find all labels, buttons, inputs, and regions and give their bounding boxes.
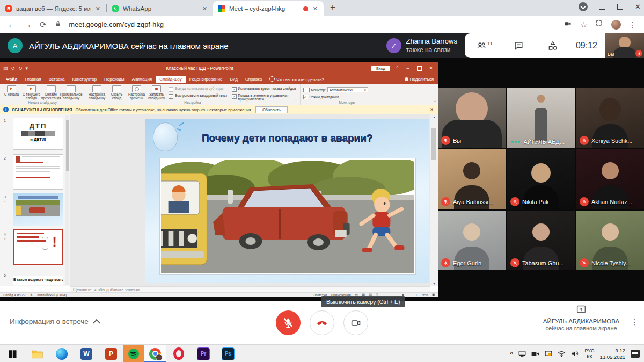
new-tab-button[interactable]: +: [330, 2, 335, 13]
window-minimize-button[interactable]: [599, 9, 605, 10]
profile-avatar[interactable]: [611, 20, 621, 30]
tab-close-icon[interactable]: ✕: [201, 5, 208, 12]
screenshare-tray-icon[interactable]: [545, 350, 552, 357]
tab-search-icon[interactable]: [579, 2, 588, 11]
ppt-close-button[interactable]: ✕: [427, 66, 435, 71]
participants-button[interactable]: 11: [467, 40, 501, 51]
record-slideshow-button[interactable]: Записать слайд-шоу: [147, 85, 166, 100]
custom-slideshow-button[interactable]: Произвольное слайд-шоу: [61, 85, 81, 100]
update-bar-close-icon[interactable]: ✕: [430, 107, 435, 112]
use-timings-checkbox[interactable]: Использовать время показа слайдов: [232, 87, 296, 92]
zoom-level[interactable]: 76%: [421, 293, 428, 297]
collapse-ribbon-icon[interactable]: ^: [434, 100, 436, 104]
menu-tab-file[interactable]: Файл: [2, 76, 21, 83]
rehearse-timings-button[interactable]: Настройка времени: [127, 85, 147, 100]
participant-tile[interactable]: Egor Gurin: [438, 211, 506, 270]
back-icon[interactable]: ←: [8, 20, 16, 29]
language-indicator[interactable]: английский (США): [37, 293, 67, 297]
current-slide[interactable]: Почему дети попадают в аварии?: [145, 119, 429, 283]
slide-thumbnail-3[interactable]: [13, 193, 63, 226]
spotify-button[interactable]: [123, 345, 144, 362]
photoshop-button[interactable]: Ps: [216, 345, 240, 362]
webcam-tray-icon[interactable]: [531, 351, 539, 357]
window-restore-button[interactable]: [617, 4, 623, 10]
participant-tile[interactable]: Nikita Pak: [507, 149, 575, 209]
tab-close-icon[interactable]: ✕: [94, 5, 101, 12]
activities-button[interactable]: [536, 40, 570, 51]
tab-close-icon[interactable]: ✕: [312, 5, 319, 12]
participant-tile[interactable]: Aiya Baibussi...: [438, 149, 506, 209]
sign-in-button[interactable]: Вход: [371, 66, 390, 71]
premiere-button[interactable]: Pr: [191, 345, 216, 362]
slide-thumbnail-2[interactable]: [13, 154, 63, 190]
tray-chevron-icon[interactable]: ^: [510, 351, 513, 357]
from-beginning-button[interactable]: С начала: [2, 85, 21, 97]
file-explorer-button[interactable]: [25, 345, 49, 362]
menu-tab-transitions[interactable]: Переходы: [100, 76, 128, 83]
share-button[interactable]: Поделиться: [405, 77, 438, 82]
fit-slide-icon[interactable]: ▣: [432, 293, 435, 297]
meeting-info-button[interactable]: Информация о встрече: [10, 317, 99, 325]
menu-tab-animations[interactable]: Анимация: [128, 76, 156, 83]
url-field[interactable]: meet.google.com/cyd-zqpf-hkg: [69, 21, 164, 28]
zoom-in-icon[interactable]: +: [415, 293, 418, 297]
tab-whatsapp[interactable]: WhatsApp ✕: [107, 1, 213, 16]
start-button[interactable]: [0, 345, 25, 362]
thumbnail-scrollbar[interactable]: [65, 115, 69, 285]
hide-slide-button[interactable]: Скрыть слайд: [107, 85, 127, 100]
redo-icon[interactable]: ↻: [18, 66, 23, 71]
save-icon[interactable]: ▤: [3, 66, 8, 71]
reload-icon[interactable]: ⟳: [40, 20, 47, 30]
window-close-button[interactable]: ✕: [635, 3, 641, 10]
editor-scrollbar[interactable]: ▴▾: [430, 114, 438, 286]
slide-thumbnail-4-selected[interactable]: !: [13, 229, 63, 265]
extensions-puzzle-icon[interactable]: [595, 19, 603, 30]
word-button[interactable]: W: [74, 345, 99, 362]
hang-up-button[interactable]: [310, 310, 334, 335]
participant-tile[interactable]: Nicole Tyshly...: [576, 211, 644, 270]
participant-tile[interactable]: Akhan Nurtaz...: [576, 149, 644, 209]
zoom-slider[interactable]: [388, 295, 412, 295]
setup-slideshow-button[interactable]: Настройка слайд-шоу: [87, 85, 107, 100]
menu-tab-slideshow[interactable]: Слайд-шоу: [156, 76, 185, 83]
monitor-dropdown[interactable]: Автоматически▾: [327, 87, 368, 92]
menu-tab-help[interactable]: Справка: [241, 76, 266, 83]
slide-thumbnail-5[interactable]: В каком возрасте чаще всего: [13, 276, 63, 285]
from-current-slide-button[interactable]: С текущего слайда: [21, 85, 41, 100]
camera-toggle-button[interactable]: [343, 310, 368, 335]
action-center-icon[interactable]: [631, 350, 640, 358]
browser-menu-icon[interactable]: ⋮: [629, 20, 636, 29]
notes-pane[interactable]: Щелкните, чтобы добавить заметки: [70, 286, 430, 292]
menu-tab-view[interactable]: Вид: [226, 76, 241, 83]
ppt-restore-button[interactable]: [417, 66, 422, 71]
menu-tab-review[interactable]: Рецензирование: [186, 76, 226, 83]
display-tray-icon[interactable]: [518, 350, 526, 357]
ppt-minimize-button[interactable]: –: [404, 66, 412, 71]
subtitles-checkbox[interactable]: Всегда использовать субтитры: [169, 87, 228, 92]
menu-tab-design[interactable]: Конструктор: [68, 76, 100, 83]
self-video-thumbnail[interactable]: Вы: [605, 33, 644, 58]
bookmark-star-icon[interactable]: ☆: [580, 20, 587, 29]
menu-tab-insert[interactable]: Вставка: [45, 76, 69, 83]
menu-tab-home[interactable]: Главная: [21, 76, 45, 83]
wifi-icon[interactable]: [558, 350, 566, 357]
quick-access-more-icon[interactable]: ▾: [26, 66, 28, 71]
opera-button[interactable]: [166, 345, 191, 362]
volume-icon[interactable]: [571, 350, 579, 357]
forward-icon[interactable]: →: [24, 20, 32, 29]
tell-me-search[interactable]: Что вы хотите сделать?: [266, 75, 327, 84]
chat-button[interactable]: [501, 41, 536, 51]
mic-toggle-button[interactable]: [276, 310, 301, 335]
powerpoint-button[interactable]: P: [99, 345, 123, 362]
participant-tile[interactable]: Tabasum Ghu...: [507, 211, 575, 270]
chrome-button[interactable]: [144, 345, 166, 362]
language-indicator[interactable]: РУС КК: [584, 348, 594, 360]
undo-icon[interactable]: ↺: [11, 66, 16, 71]
camera-in-use-icon[interactable]: [564, 20, 572, 30]
edge-button[interactable]: [49, 345, 74, 362]
presenting-menu-icon[interactable]: ⋮: [631, 317, 639, 327]
participant-tile[interactable]: Xeniya Suchk...: [576, 88, 644, 148]
participant-tile[interactable]: АЙГУЛЬ АБД...: [507, 88, 575, 148]
present-online-button[interactable]: Онлайн-презентация: [41, 85, 61, 100]
presenter-view-checkbox[interactable]: Режим докладчика: [303, 95, 368, 99]
